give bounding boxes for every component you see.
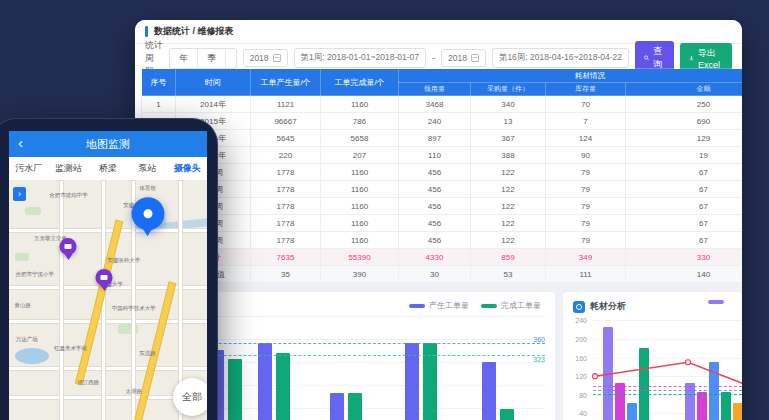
bar	[697, 392, 707, 420]
phone-screen: ‹ 地图监测 污水厂 监测站 桥梁 泵站 摄像头	[9, 131, 207, 420]
legend-swatch	[708, 300, 724, 304]
y-axis-tick: 40	[565, 410, 587, 417]
table-row: 6 第2周 1778 1160 456 122 79 67	[142, 181, 743, 198]
reference-line	[593, 386, 742, 387]
legend-item: 完成工单量	[481, 300, 541, 311]
cell-sub4: 67	[626, 198, 743, 215]
cell-sub1: 110	[399, 147, 471, 164]
cell-sub1: 240	[399, 113, 471, 130]
year-from-select[interactable]: 2018	[243, 49, 288, 67]
reference-line-label: 360	[533, 336, 545, 343]
cell-completed: 1160	[321, 232, 399, 249]
map-place-label: 太湖路	[125, 388, 142, 395]
map-park	[118, 324, 138, 334]
reference-line	[593, 390, 742, 391]
bar	[330, 393, 344, 420]
map-expander-button[interactable]: ›	[13, 187, 26, 201]
cell-created: 5645	[251, 130, 321, 147]
reference-line	[593, 394, 742, 395]
chart-gridline	[593, 320, 742, 321]
table-row: 4 2017年 220 207 110 388 90 19	[142, 147, 743, 164]
phone-tab[interactable]: 泵站	[128, 162, 168, 175]
selected-location-pin[interactable]	[131, 197, 164, 230]
cell-created: 1778	[251, 215, 321, 232]
breadcrumb-accent-bar	[145, 26, 148, 37]
cell-sub1: 456	[399, 181, 471, 198]
cell-created: 1778	[251, 181, 321, 198]
total-row: 合计 7635 55390 4330 859 349 330	[142, 249, 743, 266]
cell-sub4: 690	[626, 113, 743, 130]
cell-sub2: 122	[471, 215, 546, 232]
cell-sub1: 456	[399, 198, 471, 215]
period-option[interactable]: 季	[198, 49, 226, 68]
chart-title-icon	[573, 301, 585, 313]
search-icon	[644, 54, 649, 62]
phone-tab[interactable]: 监测站	[49, 162, 89, 175]
cell-completed: 786	[321, 113, 399, 130]
cell-sub2: 122	[471, 198, 546, 215]
cell-sub4: 67	[626, 164, 743, 181]
reference-line-label: 323	[533, 356, 545, 363]
period-option[interactable]: 月	[226, 49, 237, 68]
average-row: 平均值 35 390 30 53 111 140	[142, 266, 743, 283]
phone-tab[interactable]: 摄像头	[167, 162, 207, 175]
cell-completed: 207	[321, 147, 399, 164]
year-to-select[interactable]: 2018	[441, 49, 486, 67]
report-table: 序号 时间 工单产生量/个 工单完成量/个 耗材情况 领用量 采购量（件） 库存…	[141, 68, 742, 283]
camera-pin[interactable]	[60, 238, 77, 255]
cell-sub3: 79	[546, 164, 626, 181]
cell-sub2: 122	[471, 232, 546, 249]
map-park	[25, 207, 41, 215]
cell-sub4: 129	[626, 130, 743, 147]
table-row: 2 2015年 96667 786 240 13 7 690	[142, 113, 743, 130]
table-row: 8 第4周 1778 1160 456 122 79 67	[142, 215, 743, 232]
avg-created: 35	[251, 266, 321, 283]
map-place-label: 万达广场	[16, 335, 38, 342]
cell-sub3: 70	[546, 96, 626, 113]
map-park	[15, 253, 29, 261]
cell-sub3: 79	[546, 215, 626, 232]
cell-created: 1778	[251, 164, 321, 181]
bar	[639, 348, 649, 420]
map-place-label: 望江西路	[77, 378, 99, 385]
col-header-time: 时间	[176, 69, 251, 96]
camera-pin[interactable]	[96, 269, 113, 286]
map-all-button[interactable]: 全部	[173, 378, 207, 416]
total-created: 7635	[251, 249, 321, 266]
cell-sub3: 79	[546, 181, 626, 198]
export-button-label: 导出Excel	[698, 47, 723, 70]
report-table-wrap: 序号 时间 工单产生量/个 工单完成量/个 耗材情况 领用量 采购量（件） 库存…	[141, 68, 742, 283]
chart-gridline	[593, 358, 742, 359]
bar	[615, 383, 625, 420]
week-from-input[interactable]: 第1周: 2018-01-01~2018-01-07	[294, 48, 426, 68]
cell-completed: 1160	[321, 164, 399, 181]
total-sub1: 4330	[399, 249, 471, 266]
table-row: 1 2014年 1121 1160 3468 340 70 250	[142, 96, 743, 113]
chart-title: 耗材分析	[590, 300, 626, 313]
y-axis-tick: 120	[565, 373, 587, 380]
back-icon[interactable]: ‹	[18, 135, 23, 150]
map-place-label: 体育馆	[139, 185, 156, 192]
avg-sub1: 30	[399, 266, 471, 283]
bar	[603, 327, 613, 420]
map-road	[60, 181, 63, 420]
cell-created: 1121	[251, 96, 321, 113]
y-axis-tick: 200	[565, 336, 587, 343]
period-option[interactable]: 年	[170, 49, 198, 68]
map[interactable]: 合肥市琥珀中学体育馆安徽农业大学五里墩立交桥安徽医科大学安徽大学合肥市宁溪小学黄…	[9, 181, 207, 420]
cell-sub4: 250	[626, 96, 743, 113]
y-axis-tick: 240	[565, 317, 587, 324]
phone-tab[interactable]: 污水厂	[9, 162, 49, 175]
avg-sub4: 140	[626, 266, 743, 283]
cell-sub2: 388	[471, 147, 546, 164]
col-subheader: 金额	[626, 83, 743, 96]
cell-completed: 1160	[321, 198, 399, 215]
col-header-no: 序号	[142, 69, 176, 96]
map-place-label: 中国科学技术大学	[112, 304, 156, 311]
period-segmented-control: 年 季 月 周 日	[169, 48, 237, 69]
consumables-chart-card: 耗材分析 2402001601208040	[563, 292, 742, 420]
cell-sub1: 456	[399, 215, 471, 232]
phone-tab[interactable]: 桥梁	[88, 162, 128, 175]
week-to-input[interactable]: 第16周: 2018-04-16~2018-04-22	[492, 48, 629, 68]
phone-title: 地图监测	[86, 137, 130, 152]
